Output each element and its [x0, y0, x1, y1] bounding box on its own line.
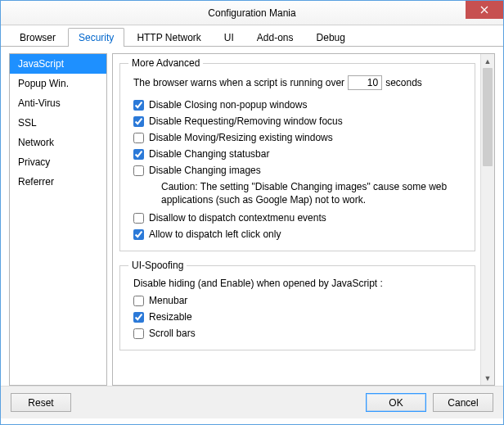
- checkbox-label: Disable Closing non-popup windows: [149, 99, 307, 111]
- checkbox[interactable]: [133, 229, 144, 240]
- checkbox[interactable]: [133, 213, 144, 224]
- content-area: JavaScript Popup Win. Anti-Virus SSL Net…: [1, 47, 503, 386]
- sidebar-item-anti-virus[interactable]: Anti-Virus: [10, 93, 106, 113]
- script-warn-suffix: seconds: [385, 77, 422, 88]
- opt-disable-move-resize[interactable]: Disable Moving/Resizing existing windows: [128, 129, 466, 146]
- group-more-advanced: More Advanced The browser warns when a s…: [119, 57, 475, 251]
- opt-disable-window-focus[interactable]: Disable Requesting/Removing window focus: [128, 113, 466, 129]
- tab-security[interactable]: Security: [68, 28, 124, 47]
- sidebar-item-network[interactable]: Network: [10, 133, 106, 152]
- opt-allow-left-click-only[interactable]: Allow to dispatch left click only: [128, 226, 466, 242]
- close-button[interactable]: [466, 1, 503, 19]
- window-title: Configuration Mania: [208, 7, 295, 19]
- scroll-thumb[interactable]: [483, 68, 493, 166]
- ui-spoofing-subhead: Disable hiding (and Enable) when opened …: [128, 276, 466, 292]
- checkbox-label: Disable Requesting/Removing window focus: [149, 115, 343, 127]
- opt-disallow-contextmenu[interactable]: Disallow to dispatch contextmenu events: [128, 210, 466, 226]
- sidebar-item-privacy[interactable]: Privacy: [10, 152, 106, 172]
- sidebar-item-ssl[interactable]: SSL: [10, 113, 106, 133]
- checkbox-label: Disable Changing statusbar: [149, 148, 269, 160]
- opt-disable-statusbar[interactable]: Disable Changing statusbar: [128, 146, 466, 162]
- checkbox[interactable]: [133, 165, 144, 176]
- checkbox-label: Menubar: [149, 295, 187, 306]
- checkbox[interactable]: [133, 133, 144, 143]
- opt-disable-closing-nonpopup[interactable]: Disable Closing non-popup windows: [128, 97, 466, 113]
- checkbox-label: Allow to dispatch left click only: [149, 228, 281, 240]
- checkbox[interactable]: [133, 312, 144, 323]
- checkbox-label: Disable Moving/Resizing existing windows: [149, 132, 333, 143]
- ok-button[interactable]: OK: [366, 393, 426, 412]
- script-warn-row: The browser warns when a script is runni…: [128, 74, 466, 97]
- dialog-footer: Reset OK Cancel: [1, 386, 503, 418]
- group-more-advanced-legend: More Advanced: [128, 57, 203, 69]
- checkbox[interactable]: [133, 328, 144, 339]
- title-bar: Configuration Mania: [1, 1, 503, 25]
- sidebar-item-javascript[interactable]: JavaScript: [10, 54, 106, 74]
- checkbox-label: Disable Changing images: [149, 165, 261, 176]
- scroll-down-arrow-icon[interactable]: ▼: [481, 371, 494, 385]
- settings-panel: More Advanced The browser warns when a s…: [112, 53, 495, 386]
- checkbox[interactable]: [133, 100, 144, 111]
- script-warn-prefix: The browser warns when a script is runni…: [133, 77, 344, 88]
- group-ui-spoofing: UI-Spoofing Disable hiding (and Enable) …: [119, 260, 475, 350]
- group-ui-spoofing-legend: UI-Spoofing: [128, 260, 187, 271]
- tab-debug[interactable]: Debug: [306, 28, 356, 47]
- sidebar: JavaScript Popup Win. Anti-Virus SSL Net…: [9, 53, 107, 386]
- opt-resizable[interactable]: Resizable: [128, 309, 466, 325]
- tab-strip: Browser Security HTTP Network UI Add-ons…: [1, 25, 503, 47]
- tab-http-network[interactable]: HTTP Network: [126, 28, 211, 47]
- tab-addons[interactable]: Add-ons: [246, 28, 304, 47]
- checkbox-label: Resizable: [149, 311, 192, 323]
- reset-button[interactable]: Reset: [11, 393, 71, 412]
- opt-menubar[interactable]: Menubar: [128, 292, 466, 309]
- script-warn-seconds-input[interactable]: [348, 75, 382, 90]
- sidebar-item-referrer[interactable]: Referrer: [10, 172, 106, 192]
- checkbox-label: Scroll bars: [149, 328, 196, 339]
- sidebar-item-popup-win[interactable]: Popup Win.: [10, 74, 106, 93]
- checkbox[interactable]: [133, 116, 144, 127]
- scroll-up-arrow-icon[interactable]: ▲: [481, 54, 494, 68]
- checkbox[interactable]: [133, 149, 144, 160]
- tab-browser[interactable]: Browser: [9, 28, 66, 47]
- cancel-button[interactable]: Cancel: [433, 393, 493, 412]
- vertical-scrollbar[interactable]: ▲ ▼: [480, 54, 494, 385]
- tab-ui[interactable]: UI: [214, 28, 245, 47]
- checkbox[interactable]: [133, 296, 144, 306]
- caution-text: Caution: The setting "Disable Changing i…: [128, 179, 466, 210]
- opt-scroll-bars[interactable]: Scroll bars: [128, 325, 466, 341]
- checkbox-label: Disallow to dispatch contextmenu events: [149, 212, 326, 224]
- settings-panel-inner: More Advanced The browser warns when a s…: [113, 54, 480, 385]
- close-icon: [480, 6, 488, 14]
- opt-disable-changing-images[interactable]: Disable Changing images: [128, 162, 466, 179]
